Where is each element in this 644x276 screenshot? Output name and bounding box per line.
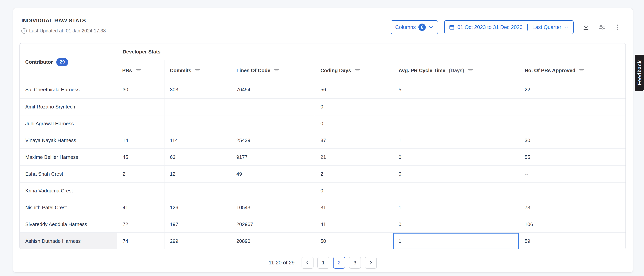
stat-cell[interactable]: 197 [164,216,230,232]
feedback-tab[interactable]: Feedback [635,55,644,91]
stat-cell[interactable]: -- [164,115,230,132]
filter-icon[interactable] [579,68,584,73]
contributor-name-cell[interactable]: Esha Shah Crest [20,165,117,182]
stat-cell[interactable]: 49 [230,165,315,182]
stat-cell[interactable]: 55 [519,148,626,165]
stat-cell[interactable]: 30 [117,81,164,98]
stat-cell[interactable]: 2 [315,165,393,182]
stat-cell[interactable]: -- [393,115,519,132]
contributor-name-cell[interactable]: Ashish Duthade Harness [20,232,117,249]
stat-cell[interactable]: 0 [315,115,393,132]
stat-cell[interactable]: 63 [164,148,230,165]
stat-cell[interactable]: 59 [519,232,626,249]
download-icon[interactable] [582,24,590,31]
chevron-down-icon [564,25,569,30]
stat-cell[interactable]: 0 [315,182,393,199]
contributor-name-cell[interactable]: Vinaya Nayak Harness [20,132,117,148]
stat-cell[interactable]: 31 [315,199,393,216]
contributor-name-cell[interactable]: Maxime Bellier Harness [20,148,117,165]
stat-cell[interactable]: 9177 [230,148,315,165]
stat-cell[interactable]: 114 [164,132,230,148]
stat-cell[interactable]: -- [393,98,519,115]
stat-cell[interactable]: -- [117,182,164,199]
stat-cell[interactable]: 45 [117,148,164,165]
contributor-name-cell[interactable]: Juhi Agrawal Harness [20,115,117,132]
stat-cell[interactable]: 41 [117,199,164,216]
stat-cell[interactable]: 303 [164,81,230,98]
stat-cell[interactable]: -- [164,182,230,199]
stat-cell[interactable]: 56 [315,81,393,98]
stat-cell[interactable]: -- [519,115,626,132]
stat-cell[interactable]: 14 [117,132,164,148]
stat-cell[interactable]: -- [117,115,164,132]
contributor-column-header[interactable]: Contributor 29 [20,44,117,81]
next-page-button[interactable] [365,257,377,269]
page-button-2[interactable]: 2 [333,257,345,269]
stats-table-container: Contributor 29 Developer Stats PRsCommit… [20,43,626,249]
stat-cell[interactable]: 73 [519,199,626,216]
stat-cell[interactable]: 74 [117,232,164,249]
stat-cell[interactable]: -- [230,182,315,199]
stat-cell[interactable]: 0 [315,98,393,115]
filter-icon[interactable] [274,68,280,73]
column-header-prs[interactable]: PRs [117,60,164,81]
column-header-coding-days[interactable]: Coding Days [315,60,393,81]
stat-cell[interactable]: 0 [393,148,519,165]
page-button-3[interactable]: 3 [349,257,361,269]
stat-cell[interactable]: 10543 [230,199,315,216]
stat-cell[interactable]: 5 [393,81,519,98]
stat-cell[interactable]: 37 [315,132,393,148]
stat-cell[interactable]: 2 [117,165,164,182]
table-row: Nishith Patel Crest411261054331173 [20,199,626,216]
stat-cell[interactable]: 72 [117,216,164,232]
stat-cell[interactable]: -- [230,115,315,132]
column-header-commits[interactable]: Commits [164,60,230,81]
stat-cell[interactable]: 76454 [230,81,315,98]
page-button-1[interactable]: 1 [317,257,329,269]
filter-icon[interactable] [354,68,360,73]
contributor-name-cell[interactable]: Sai Cheethirala Harness [20,81,117,98]
stat-cell[interactable]: 21 [315,148,393,165]
column-header-lines-of-code[interactable]: Lines Of Code [230,60,315,81]
stat-cell[interactable]: 30 [519,132,626,148]
kebab-menu-icon[interactable] [614,24,621,31]
stat-cell[interactable]: 106 [519,216,626,232]
stat-cell[interactable]: 20890 [230,232,315,249]
settings-sliders-icon[interactable] [598,24,605,31]
stat-cell[interactable]: 202967 [230,216,315,232]
stat-cell[interactable]: -- [519,98,626,115]
filter-icon[interactable] [468,68,473,73]
stat-cell[interactable]: 0 [393,165,519,182]
date-range-button[interactable]: 01 Oct 2023 to 31 Dec 2023 Last Quarter [444,20,574,34]
column-header-no-of-prs-approved[interactable]: No. Of PRs Approved [519,60,626,81]
contributor-name-cell[interactable]: Nishith Patel Crest [20,199,117,216]
previous-page-button[interactable] [302,257,314,269]
stat-cell[interactable]: 12 [164,165,230,182]
stat-cell[interactable]: 1 [393,232,519,249]
filter-icon[interactable] [136,68,141,73]
columns-dropdown-button[interactable]: Columns 6 [391,20,438,34]
contributor-name-cell[interactable]: Sivareddy Aeddula Harness [20,216,117,232]
contributor-name-cell[interactable]: Amit Rozario Sryntech [20,98,117,115]
stat-cell[interactable]: -- [519,165,626,182]
column-header-avg-pr-cycle-time[interactable]: Avg. PR Cycle Time(Days) [393,60,519,81]
stat-cell[interactable]: 25439 [230,132,315,148]
table-row: Maxime Bellier Harness4563917721055 [20,148,626,165]
stat-cell[interactable]: 126 [164,199,230,216]
stat-cell[interactable]: 0 [393,216,519,232]
filter-icon[interactable] [195,68,200,73]
calendar-icon [449,24,455,30]
stat-cell[interactable]: 50 [315,232,393,249]
stat-cell[interactable]: -- [117,98,164,115]
stat-cell[interactable]: -- [230,98,315,115]
stat-cell[interactable]: 41 [315,216,393,232]
stat-cell[interactable]: 22 [519,81,626,98]
stat-cell[interactable]: -- [519,182,626,199]
stat-cell[interactable]: 299 [164,232,230,249]
stat-cell[interactable]: 1 [393,132,519,148]
stat-cell[interactable]: -- [164,98,230,115]
stat-cell[interactable]: -- [393,182,519,199]
table-body: Sai Cheethirala Harness303037645456522Am… [20,81,626,249]
stat-cell[interactable]: 1 [393,199,519,216]
contributor-name-cell[interactable]: Krina Vadgama Crest [20,182,117,199]
